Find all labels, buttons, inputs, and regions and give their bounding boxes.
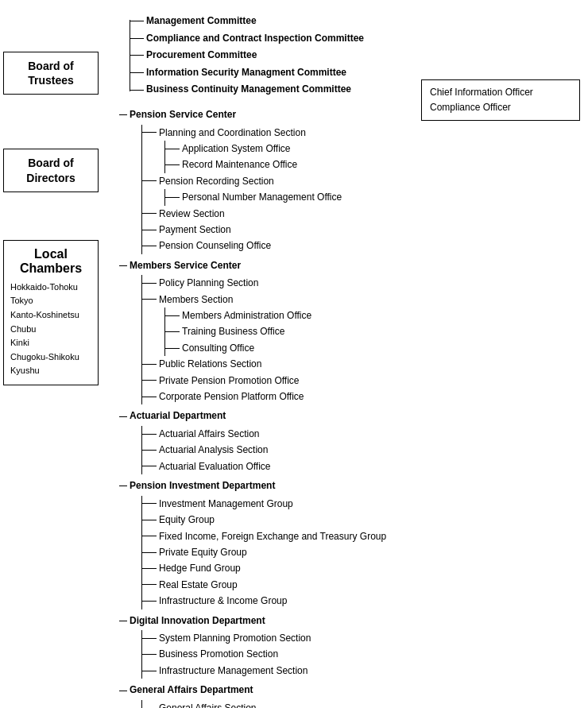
org-chart: Pension Service Center Planning and Coor… xyxy=(119,106,588,708)
dept-header: Members Service Center xyxy=(119,257,588,275)
office-item: Application System Office xyxy=(165,141,588,157)
section-label: Members Section xyxy=(159,292,233,308)
dept-children: Planning and Coordination Section Applic… xyxy=(141,125,588,254)
section-item: Corporate Pension Platform Office xyxy=(142,389,588,404)
section-item: Members Section xyxy=(142,292,588,308)
section-label: Investment Management Group xyxy=(159,496,293,512)
section-item: Fixed Income, Foreign Exchange and Treas… xyxy=(142,528,588,544)
section-item: Pension Recording Section xyxy=(142,173,588,189)
dept-name: Digital Innovation Department xyxy=(130,613,265,630)
dept-name: Actuarial Department xyxy=(130,408,226,425)
committee-item: Information Security Managment Committee xyxy=(130,64,588,82)
section-label: Policy Planning Section xyxy=(159,275,258,291)
section-label: Infrastructure & Income Group xyxy=(159,593,287,609)
committee-label: Business Continuity Management Committee xyxy=(146,81,351,99)
office-label: Application System Office xyxy=(182,141,291,157)
sub-children: Personal Number Management Office xyxy=(164,189,588,205)
office-item: Record Maintenance Office xyxy=(165,157,588,172)
committee-item: Business Continuity Management Committee xyxy=(130,81,588,99)
dept-children: Policy Planning Section Members Section … xyxy=(141,275,588,404)
section-item: Infrastructure Management Section xyxy=(142,663,588,679)
committee-item: Management Committee xyxy=(130,13,588,30)
section-item: Actuarial Analysis Section xyxy=(142,442,588,458)
cio-line2: Compliance Officer xyxy=(430,100,571,115)
section-item: Actuarial Evaluation Office xyxy=(142,458,588,474)
board-trustees-label: Board ofTrustees xyxy=(28,60,74,87)
dept-children: Actuarial Affairs Section Actuarial Anal… xyxy=(141,426,588,474)
section-label: Corporate Pension Platform Office xyxy=(159,389,304,404)
section-item: Real Estate Group xyxy=(142,577,588,593)
local-chambers-title: LocalChambers xyxy=(9,247,93,276)
right-panel: Chief Information Officer Compliance Off… xyxy=(115,8,588,708)
committee-label: Information Security Managment Committee xyxy=(146,64,346,82)
board-trustees-box: Board ofTrustees xyxy=(3,52,99,95)
chamber-item: Hokkaido-Tohoku xyxy=(10,280,93,295)
local-chambers-box: LocalChambers Hokkaido-Tohoku Tokyo Kant… xyxy=(3,240,99,385)
section-label: General Affairs Section xyxy=(159,700,257,708)
chamber-item: Chubu xyxy=(10,323,93,337)
office-label: Consulting Office xyxy=(182,340,254,356)
chamber-item: Kanto-Koshinetsu xyxy=(10,308,93,323)
chamber-item: Chugoku-Shikoku xyxy=(10,350,93,365)
section-label: Business Promotion Section xyxy=(159,646,278,662)
section-label: Private Pension Promotion Office xyxy=(159,373,300,389)
dept-header: Actuarial Department xyxy=(119,408,588,425)
office-label: Record Maintenance Office xyxy=(182,157,297,172)
dept-name: Pension Service Center xyxy=(130,106,236,124)
board-directors-box: Board ofDirectors xyxy=(3,149,99,192)
dept-children: General Affairs Section Accounting Secti… xyxy=(141,700,588,708)
section-item: Investment Management Group xyxy=(142,496,588,512)
dept-name: Members Service Center xyxy=(130,257,241,275)
dept-children: Investment Management Group Equity Group… xyxy=(141,496,588,609)
dept-name: Pension Investment Department xyxy=(130,478,275,495)
committee-label: Procurement Committee xyxy=(146,47,257,64)
committee-label: Management Committee xyxy=(146,13,257,30)
section-label: Planning and Coordination Section xyxy=(159,125,306,141)
section-label: Real Estate Group xyxy=(159,577,238,593)
top-committees-section: Management Committee Compliance and Cont… xyxy=(130,13,588,99)
committee-item: Compliance and Contract Inspection Commi… xyxy=(130,30,588,48)
board-directors-label: Board ofDirectors xyxy=(26,157,75,184)
office-item: Personal Number Management Office xyxy=(165,189,588,205)
office-label: Training Business Office xyxy=(182,323,284,339)
office-label: Personal Number Management Office xyxy=(182,189,342,205)
sub-children: Members Administration Office Training B… xyxy=(164,308,588,356)
section-label: Actuarial Evaluation Office xyxy=(159,458,271,474)
section-label: Equity Group xyxy=(159,512,215,528)
section-label: Private Equity Group xyxy=(159,544,247,560)
section-item: Pension Counseling Office xyxy=(142,238,588,253)
dept-header: General Affairs Department xyxy=(119,682,588,699)
chamber-item: Kinki xyxy=(10,336,93,350)
section-item: Review Section xyxy=(142,206,588,222)
office-item: Consulting Office xyxy=(165,340,588,356)
section-item: General Affairs Section xyxy=(142,700,588,708)
section-item: Payment Section xyxy=(142,222,588,238)
section-label: Pension Counseling Office xyxy=(159,238,271,253)
chamber-item: Tokyo xyxy=(10,294,93,308)
left-panel: Board ofTrustees Board ofDirectors Local… xyxy=(0,8,115,708)
dept-children: System Planning Promotion Section Busine… xyxy=(141,630,588,679)
office-item: Members Administration Office xyxy=(165,308,588,323)
dept-header: Pension Investment Department xyxy=(119,478,588,495)
section-item: Actuarial Affairs Section xyxy=(142,426,588,442)
office-label: Members Administration Office xyxy=(182,308,311,323)
section-label: Payment Section xyxy=(159,222,231,238)
section-item: Business Promotion Section xyxy=(142,646,588,662)
section-label: Fixed Income, Foreign Exchange and Treas… xyxy=(159,528,386,544)
dept-name: General Affairs Department xyxy=(130,682,253,699)
sub-children: Application System Office Record Mainten… xyxy=(164,141,588,173)
section-item: Private Pension Promotion Office xyxy=(142,373,588,389)
section-item: Public Relations Section xyxy=(142,356,588,372)
committee-label: Compliance and Contract Inspection Commi… xyxy=(146,30,364,48)
section-label: Actuarial Affairs Section xyxy=(159,426,260,442)
section-label: Public Relations Section xyxy=(159,356,261,372)
section-item: System Planning Promotion Section xyxy=(142,630,588,646)
chamber-item: Kyushu xyxy=(10,364,93,378)
section-item: Policy Planning Section xyxy=(142,275,588,291)
dept-header: Digital Innovation Department xyxy=(119,613,588,630)
section-label: Actuarial Analysis Section xyxy=(159,442,268,458)
office-item: Training Business Office xyxy=(165,323,588,339)
committee-item: Procurement Committee xyxy=(130,47,588,64)
section-label: Pension Recording Section xyxy=(159,173,274,189)
section-item: Planning and Coordination Section xyxy=(142,125,588,141)
